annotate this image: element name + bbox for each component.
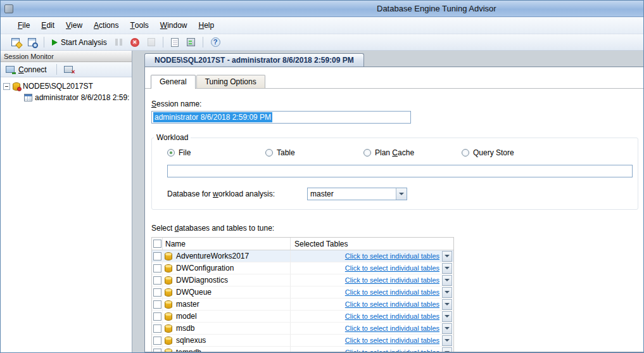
play-icon xyxy=(52,39,58,46)
pause-analysis-button[interactable] xyxy=(113,37,124,47)
stop-analysis-button[interactable] xyxy=(129,37,141,48)
menu-item[interactable]: Help xyxy=(193,17,220,34)
tab-tuning-options[interactable]: Tuning Options xyxy=(196,75,265,88)
row-checkbox[interactable] xyxy=(153,324,161,333)
connect-button[interactable]: Connect xyxy=(4,64,51,75)
select-tables-link[interactable]: Click to select individual tables xyxy=(345,252,439,260)
toolbar-separator xyxy=(56,64,57,75)
select-tables-link[interactable]: Click to select individual tables xyxy=(345,288,439,296)
menu-item[interactable]: File xyxy=(12,17,35,34)
database-icon xyxy=(165,300,172,309)
select-tables-link[interactable]: Click to select individual tables xyxy=(345,349,439,352)
workload-radio[interactable]: Plan Cache xyxy=(363,148,462,157)
row-checkbox[interactable] xyxy=(153,337,161,345)
database-name: master xyxy=(176,300,199,309)
tables-dropdown-button[interactable] xyxy=(442,263,452,274)
table-row: master Click to select individual tables xyxy=(152,298,453,311)
database-icon xyxy=(165,276,172,285)
database-row: Database for workload analysis: master xyxy=(167,188,633,200)
tree-node-server[interactable]: NODE5\SQL2017ST xyxy=(1,80,132,92)
menu-item[interactable]: Edit xyxy=(35,17,60,34)
workload-radio[interactable]: Query Store xyxy=(462,148,560,157)
session-node-label: administrator 8/6/2018 2:59: xyxy=(35,93,129,102)
tables-dropdown-button[interactable] xyxy=(442,251,452,262)
row-checkbox[interactable] xyxy=(153,252,161,260)
toolbar-separator xyxy=(163,37,163,48)
workload-radio[interactable]: Table xyxy=(265,148,363,157)
menu-item[interactable]: Tools xyxy=(124,17,154,34)
workload-group: Workload File Table xyxy=(151,138,638,210)
export-results-button[interactable] xyxy=(185,37,197,48)
menu-item[interactable]: Window xyxy=(155,17,193,34)
app-window: Database Engine Tuning Advisor File Edit… xyxy=(0,0,644,353)
chevron-down-icon xyxy=(445,351,450,352)
tables-dropdown-button[interactable] xyxy=(442,275,452,286)
toolbar-separator xyxy=(203,37,203,48)
table-body: AdventureWorks2017 Click to select indiv… xyxy=(152,250,453,352)
table-header-row: Name Selected Tables xyxy=(152,238,453,250)
menu-item[interactable]: View xyxy=(60,17,88,34)
column-header-selected-tables[interactable]: Selected Tables xyxy=(291,238,453,250)
import-workload-button[interactable] xyxy=(169,37,180,48)
database-name: tempdb xyxy=(176,348,201,352)
tables-dropdown-button[interactable] xyxy=(442,335,452,346)
toolbar-separator xyxy=(44,37,44,48)
select-tables-link[interactable]: Click to select individual tables xyxy=(345,276,439,284)
database-icon xyxy=(165,337,172,345)
session-name-input[interactable]: administrator 8/6/2018 2:59:09 PM xyxy=(151,111,411,124)
tables-dropdown-button[interactable] xyxy=(442,323,452,334)
select-all-checkbox[interactable] xyxy=(153,240,161,248)
workload-file-input[interactable] xyxy=(167,165,633,177)
app-icon[interactable] xyxy=(4,4,13,13)
select-tables-link[interactable]: Click to select individual tables xyxy=(345,300,439,308)
chevron-down-icon xyxy=(445,303,450,305)
new-session-button[interactable] xyxy=(9,37,22,48)
session-monitor-title: Session Monitor xyxy=(1,51,132,62)
chevron-down-icon xyxy=(445,255,450,257)
tab-general[interactable]: General xyxy=(151,75,196,89)
chevron-down-icon xyxy=(445,327,450,330)
chevron-down-icon xyxy=(445,291,450,293)
disconnect-button[interactable] xyxy=(62,65,75,74)
row-checkbox[interactable] xyxy=(153,349,161,352)
row-checkbox[interactable] xyxy=(153,276,161,285)
row-checkbox[interactable] xyxy=(153,264,161,273)
database-select[interactable]: master xyxy=(307,188,407,200)
select-tables-link[interactable]: Click to select individual tables xyxy=(345,312,439,320)
select-databases-label: Select databases and tables to tune: xyxy=(151,224,643,233)
row-checkbox[interactable] xyxy=(153,300,161,309)
menubar: File Edit View Actions Tools Window Help xyxy=(1,17,643,34)
tables-dropdown-button[interactable] xyxy=(442,347,452,352)
row-checkbox[interactable] xyxy=(153,312,161,321)
clone-session-button[interactable] xyxy=(146,37,157,48)
select-tables-link[interactable]: Click to select individual tables xyxy=(345,264,439,272)
document-tab[interactable]: NODE5\SQL2017ST - administrator 8/6/2018… xyxy=(144,53,364,67)
collapse-toggle-icon[interactable] xyxy=(3,83,10,90)
help-button[interactable] xyxy=(209,36,222,48)
row-checkbox[interactable] xyxy=(153,288,161,297)
tables-dropdown-button[interactable] xyxy=(442,299,452,310)
view-session-button[interactable] xyxy=(26,37,38,48)
tables-dropdown-button[interactable] xyxy=(442,287,452,298)
table-row: DWDiagnostics Click to select individual… xyxy=(152,274,453,286)
tree-node-session[interactable]: administrator 8/6/2018 2:59: xyxy=(1,92,132,103)
menu-item[interactable]: Actions xyxy=(88,17,124,34)
dropdown-arrow-button[interactable] xyxy=(396,188,407,200)
select-tables-link[interactable]: Click to select individual tables xyxy=(345,337,439,344)
databases-table: Name Selected Tables AdventureWorks2 xyxy=(151,237,454,352)
titlebar[interactable]: Database Engine Tuning Advisor xyxy=(1,1,643,17)
chevron-down-icon xyxy=(445,267,450,269)
workload-options: File Table Plan Cache xyxy=(167,148,633,157)
select-tables-link[interactable]: Click to select individual tables xyxy=(345,324,439,332)
disconnect-icon xyxy=(64,66,73,73)
app-body: Session Monitor Connect NODE5\SQL2017ST … xyxy=(1,51,643,352)
radio-icon xyxy=(265,149,273,157)
start-analysis-button[interactable]: Start Analysis xyxy=(50,37,109,48)
column-header-name[interactable]: Name xyxy=(163,238,291,250)
table-row: DWQueue Click to select individual table… xyxy=(152,286,453,298)
workload-radio[interactable]: File xyxy=(167,148,265,157)
table-row: tempdb Click to select individual tables xyxy=(152,347,453,352)
tables-dropdown-button[interactable] xyxy=(442,311,452,322)
table-row: model Click to select individual tables xyxy=(152,311,453,323)
document-content: General Tuning Options Session name: adm… xyxy=(144,67,643,352)
